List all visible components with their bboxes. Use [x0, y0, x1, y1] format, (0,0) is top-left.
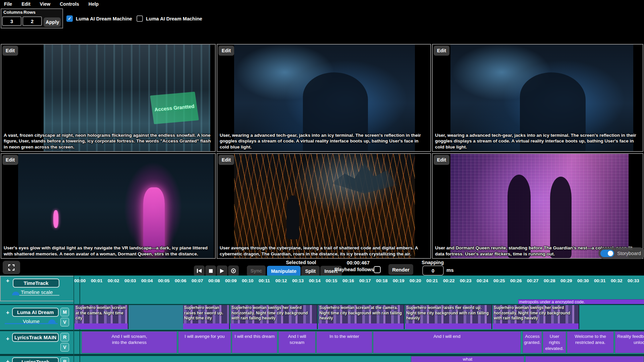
timeline-scale-slider[interactable] — [19, 295, 59, 296]
storyboard-image — [18, 154, 214, 258]
record-button[interactable]: R — [60, 357, 69, 362]
ruler-tick: 00:02 — [108, 278, 119, 283]
timeline-clip[interactable]: Superhero woman raises her sword up. Nig… — [183, 305, 230, 329]
add-track-button[interactable]: + — [4, 335, 11, 343]
lyrics-clip[interactable]: Welcome to the restricted area. — [567, 331, 614, 353]
ruler-tick: 00:26 — [510, 278, 522, 283]
clip-label: Superhero woman raises her sword up. Nig… — [183, 305, 229, 321]
ruler-tick: 00:11 — [259, 278, 270, 283]
snapping-unit-label: ms — [446, 267, 454, 273]
tool-split[interactable]: Split — [301, 266, 320, 277]
edit-button[interactable]: Edit — [2, 46, 18, 56]
panel-caption: User avenges through the cyberplane, lea… — [220, 245, 428, 257]
fullscreen-icon[interactable] — [3, 261, 20, 274]
lyrics-clip[interactable]: User rights elevated. — [543, 331, 566, 353]
menu-item-view[interactable]: View — [40, 1, 51, 7]
video-toggle-button[interactable]: V — [60, 343, 69, 352]
track-name-lyrics[interactable]: LyricsTrack — [12, 357, 59, 362]
ruler-tick: 00:17 — [359, 278, 371, 283]
lyrics-clip[interactable]: what — [411, 356, 524, 362]
mute-button[interactable]: M — [60, 308, 69, 316]
storyboard-image — [234, 154, 415, 258]
clip-label: Superhero woman swings her sword horizon… — [493, 305, 579, 321]
lyrics-clip[interactable]: And I will end — [373, 331, 521, 353]
ruler-tick: 00:27 — [527, 278, 539, 283]
snapping-input[interactable] — [422, 265, 444, 276]
lyrics-clip[interactable]: Reality feedback interface unlocked. — [615, 331, 644, 353]
volume-slider[interactable] — [5, 323, 58, 324]
edit-button[interactable]: Edit — [218, 46, 234, 56]
sync-button[interactable]: Sync — [247, 265, 266, 276]
storyboard-panel: EditUser, wearing a advanced tech-gear, … — [217, 44, 431, 152]
panel-caption: User's eyes glow with digital light as t… — [4, 245, 213, 257]
edit-button[interactable]: Edit — [218, 155, 234, 165]
ruler-tick: 00:09 — [225, 278, 237, 283]
storyboard-panel: Access GranttedEditA vast, frozen citysc… — [1, 44, 216, 152]
volume-handle[interactable] — [48, 319, 56, 323]
timeline-clip[interactable]: Superhero woman swings her sword horizon… — [230, 305, 318, 329]
lyrics-clip[interactable] — [525, 356, 644, 362]
timeline-clip[interactable] — [128, 305, 183, 329]
tool-manipulate[interactable]: Manipulate — [267, 266, 301, 277]
engine-checkbox-unchecked[interactable] — [137, 15, 143, 22]
add-track-button[interactable]: + — [4, 358, 11, 362]
menu-item-controls[interactable]: Controls — [60, 1, 79, 7]
apply-button[interactable]: Apply — [44, 17, 61, 27]
ruler-tick: 00:22 — [443, 278, 455, 283]
lyrics-clip[interactable]: metropolis under a encrypted code. — [518, 299, 644, 304]
menu-item-help[interactable]: Help — [89, 1, 99, 7]
columns-input[interactable] — [2, 16, 21, 26]
panel-caption: A vast, frozen cityscape at night, neon … — [4, 132, 213, 150]
storyboard-grid: Access GranttedEditA vast, frozen citysc… — [1, 44, 643, 259]
edit-button[interactable]: Edit — [434, 155, 449, 165]
stop-icon[interactable] — [205, 265, 216, 276]
timeline-scale-label: Timeline scale — [21, 289, 53, 295]
menu-bar: FileEditViewControlsHelp — [0, 0, 644, 8]
record-icon[interactable] — [228, 265, 239, 276]
lyrics-clip[interactable]: And I will scream, into the darkness — [82, 331, 177, 353]
lyrics-clip[interactable]: Access granted. — [523, 331, 542, 353]
timeline-clip[interactable]: Superhero woman scream at the camera. Ni… — [74, 305, 128, 329]
lyrics2-track-lane: what — [74, 356, 644, 362]
lyrics-track-lane: And I will scream, into the darknessI wi… — [74, 331, 644, 354]
menu-item-edit[interactable]: Edit — [21, 1, 30, 7]
add-track-button[interactable]: + — [4, 277, 11, 285]
lyrics-clip[interactable]: And I will scream — [278, 331, 316, 353]
ruler-tick: 00:10 — [242, 278, 254, 283]
timeline-clip[interactable]: Superhero woman raises her sword up. Nig… — [405, 305, 492, 329]
clip-label: Superhero woman swings her sword horizon… — [230, 305, 317, 321]
snapping-label: Snapping — [422, 260, 444, 265]
record-button[interactable]: R — [60, 333, 69, 342]
overflow-lane: metropolis under a encrypted code. — [74, 299, 644, 304]
hologram-sign: Access Grantted — [150, 92, 199, 124]
play-icon[interactable] — [217, 265, 227, 276]
ruler-tick: 00:25 — [493, 278, 505, 283]
rows-label: Rows — [23, 10, 36, 15]
lyrics-clip[interactable]: I will avenge for you — [178, 331, 231, 353]
skip-to-start-icon[interactable] — [194, 265, 205, 276]
columns-label: Columns — [3, 10, 23, 15]
rows-input[interactable] — [22, 16, 42, 26]
lyrics-clip[interactable]: In to the winter — [316, 331, 372, 353]
menu-item-file[interactable]: File — [4, 1, 12, 7]
time-ruler[interactable]: 00:0000:0100:0200:0300:0400:0500:0600:07… — [74, 276, 644, 287]
video-toggle-button[interactable]: V — [60, 318, 69, 326]
engine-checkbox-checked[interactable]: ✓ — [66, 15, 73, 22]
track-name-timetrack[interactable]: TimeTrack — [13, 279, 59, 288]
add-track-button[interactable]: + — [4, 309, 11, 316]
render-button[interactable]: Render — [388, 264, 413, 275]
storyboard-toggle[interactable] — [600, 250, 614, 257]
edit-button[interactable]: Edit — [434, 46, 449, 56]
playhead-follows-checkbox[interactable] — [374, 266, 381, 273]
ruler-tick: 00:12 — [275, 278, 287, 283]
timeline-clip[interactable]: Superhero woman swings her sword horizon… — [493, 305, 579, 329]
storyboard-toggle-label: Storyboard — [617, 251, 641, 256]
edit-button[interactable]: Edit — [2, 155, 18, 165]
playhead-follows-label: Playhead follows — [334, 267, 374, 272]
track-name-luma[interactable]: Luma AI Dream — [12, 308, 59, 317]
track-name-lyrics-main[interactable]: LyricsTrack MAIN — [12, 333, 59, 342]
timeline-clip[interactable]: Superhero woman scream at the camera. Ni… — [318, 305, 405, 329]
ruler-tick: 00:14 — [309, 278, 321, 283]
ruler-tick: 00:32 — [611, 278, 623, 283]
lyrics-clip[interactable]: I will end this dream — [232, 331, 277, 353]
